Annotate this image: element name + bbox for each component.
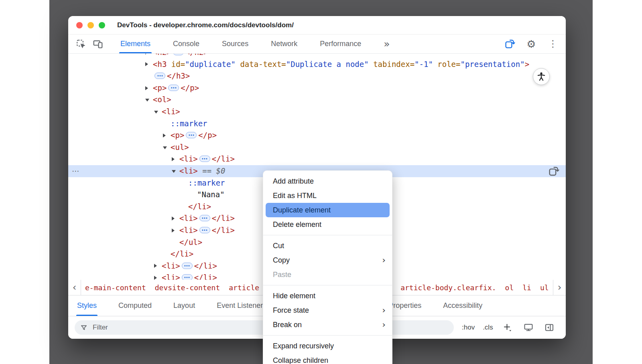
device-toolbar-icon[interactable] [91, 38, 104, 51]
code-token: </li> [194, 273, 217, 280]
toggle-sidebar-icon[interactable] [543, 321, 556, 334]
dom-row[interactable]: <h2></h2> [68, 54, 566, 59]
sidebar-tab-computed[interactable]: Computed [118, 295, 152, 316]
breadcrumb-item-ol[interactable]: ol [504, 282, 515, 293]
code-token: "Duplicate a node" [286, 60, 369, 69]
breadcrumb-item-li[interactable]: li [522, 282, 532, 293]
disclosure-arrow-icon[interactable] [172, 157, 175, 161]
disclosure-arrow-icon[interactable] [145, 62, 148, 66]
menu-item-paste[interactable]: Paste [266, 267, 390, 282]
breadcrumb-item-ul[interactable]: ul [539, 282, 550, 293]
code-token: <h3 [153, 60, 167, 69]
tab-network[interactable]: Network [271, 34, 297, 53]
menu-item-delete-element[interactable]: Delete element [266, 217, 390, 232]
menu-item-add-attribute[interactable]: Add attribute [266, 174, 390, 188]
breadcrumb-item-devsite-content[interactable]: devsite-content [154, 282, 221, 293]
inline-expand-icon[interactable] [168, 85, 179, 91]
breadcrumb-item-e-main-content[interactable]: e-main-content [84, 282, 147, 293]
disclosure-arrow-icon[interactable] [172, 170, 176, 173]
settings-gear-icon[interactable]: ⚙ [525, 38, 538, 51]
inline-expand-icon[interactable] [199, 227, 210, 233]
breadcrumb-scroll-right-icon[interactable]: › [553, 280, 566, 295]
inline-expand-icon[interactable] [182, 274, 193, 280]
more-tabs-icon[interactable]: » [384, 38, 390, 50]
panel-tabs: ElementsConsoleSourcesNetworkPerformance [120, 34, 361, 53]
zoom-window-button[interactable] [99, 22, 105, 28]
dom-row[interactable]: <p></p> [68, 129, 566, 142]
disclosure-arrow-icon[interactable] [154, 276, 157, 280]
dom-row[interactable]: <h3 id="duplicate" data-text="Duplicate … [68, 59, 566, 71]
capture-element-icon[interactable] [503, 38, 516, 51]
disclosure-arrow-icon[interactable] [172, 229, 175, 233]
menu-item-break-on[interactable]: Break on› [266, 317, 390, 332]
inline-expand-icon[interactable] [186, 132, 197, 138]
dom-row[interactable]: <p></p> [68, 82, 566, 94]
code-token: "duplicate" [185, 60, 236, 69]
filter-funnel-icon [80, 324, 88, 332]
rendering-emulations-icon[interactable] [522, 321, 535, 334]
tab-elements[interactable]: Elements [120, 34, 150, 53]
code-token: data-text= [236, 60, 286, 69]
toggle-class-button[interactable]: .cls [483, 324, 493, 332]
more-options-icon[interactable]: ⋮ [547, 38, 559, 51]
disclosure-arrow-icon[interactable] [172, 216, 175, 220]
accessibility-overlay-button[interactable] [533, 68, 550, 85]
disclosure-arrow-icon[interactable] [145, 86, 148, 90]
dom-row[interactable]: ::marker [68, 118, 566, 130]
disclosure-arrow-icon[interactable] [163, 133, 166, 138]
code-token: <p> [171, 131, 184, 140]
inline-expand-icon[interactable] [154, 73, 165, 79]
dom-row[interactable]: <li></li> [68, 153, 566, 165]
inline-expand-icon[interactable] [199, 156, 210, 162]
devtools-toolbar: ElementsConsoleSourcesNetworkPerformance… [68, 34, 566, 54]
minimize-window-button[interactable] [87, 22, 94, 28]
tab-console[interactable]: Console [173, 34, 199, 53]
tab-performance[interactable]: Performance [320, 34, 361, 53]
sidebar-tab-accessibility[interactable]: Accessibility [443, 295, 482, 316]
close-window-button[interactable] [76, 22, 83, 28]
breadcrumb-item-article[interactable]: article [228, 282, 260, 293]
inline-expand-icon[interactable] [199, 215, 210, 221]
menu-divider [263, 285, 392, 285]
menu-item-cut[interactable]: Cut [266, 239, 390, 253]
menu-item-copy[interactable]: Copy› [266, 253, 390, 267]
sidebar-tab-styles[interactable]: Styles [77, 295, 97, 316]
toggle-hover-state-button[interactable]: :hov [462, 324, 475, 332]
new-style-rule-icon[interactable] [501, 321, 514, 334]
capture-node-badge-icon[interactable] [548, 166, 559, 177]
menu-item-label: Force state [273, 306, 309, 315]
sidebar-tab-layout[interactable]: Layout [173, 295, 195, 316]
dom-row[interactable]: </h3> [68, 70, 566, 82]
dom-row[interactable]: <li> [68, 106, 566, 118]
code-token: </li> [171, 249, 193, 258]
row-actions-icon[interactable]: ⋯ [72, 165, 79, 177]
disclosure-arrow-icon[interactable] [145, 99, 149, 102]
menu-item-collapse-children[interactable]: Collapse children [266, 353, 390, 364]
code-token: role= [433, 60, 461, 69]
sidebar-tab-event-listeners[interactable]: Event Listeners [217, 295, 266, 316]
disclosure-arrow-icon[interactable] [145, 54, 148, 55]
menu-item-edit-as-html[interactable]: Edit as HTML [266, 188, 390, 203]
menu-item-duplicate-element[interactable]: Duplicate element [266, 203, 390, 217]
breadcrumb-item-article-body-clearfix[interactable]: article-body.clearfix. [400, 282, 497, 293]
breadcrumb-scroll-left-icon[interactable]: ‹ [68, 280, 81, 295]
menu-item-expand-recursively[interactable]: Expand recursively [266, 339, 390, 353]
inline-expand-icon[interactable] [173, 54, 184, 55]
dom-row[interactable]: <ol> [68, 94, 566, 106]
menu-item-label: Paste [273, 271, 291, 279]
inline-expand-icon[interactable] [182, 263, 193, 269]
menu-item-hide-element[interactable]: Hide element [266, 289, 390, 303]
code-token: tabindex= [369, 60, 414, 69]
sidebar-tab-properties[interactable]: Properties [388, 295, 421, 316]
menu-divider [263, 335, 392, 336]
disclosure-arrow-icon[interactable] [163, 146, 167, 149]
menu-item-label: Collapse children [273, 356, 328, 364]
menu-item-force-state[interactable]: Force state› [266, 303, 390, 317]
code-token: > [525, 60, 529, 69]
code-token: </h3> [167, 71, 190, 80]
dom-row[interactable]: <ul> [68, 142, 566, 154]
inspect-icon[interactable] [75, 38, 87, 51]
disclosure-arrow-icon[interactable] [154, 111, 158, 113]
disclosure-arrow-icon[interactable] [154, 264, 157, 268]
tab-sources[interactable]: Sources [222, 34, 248, 53]
